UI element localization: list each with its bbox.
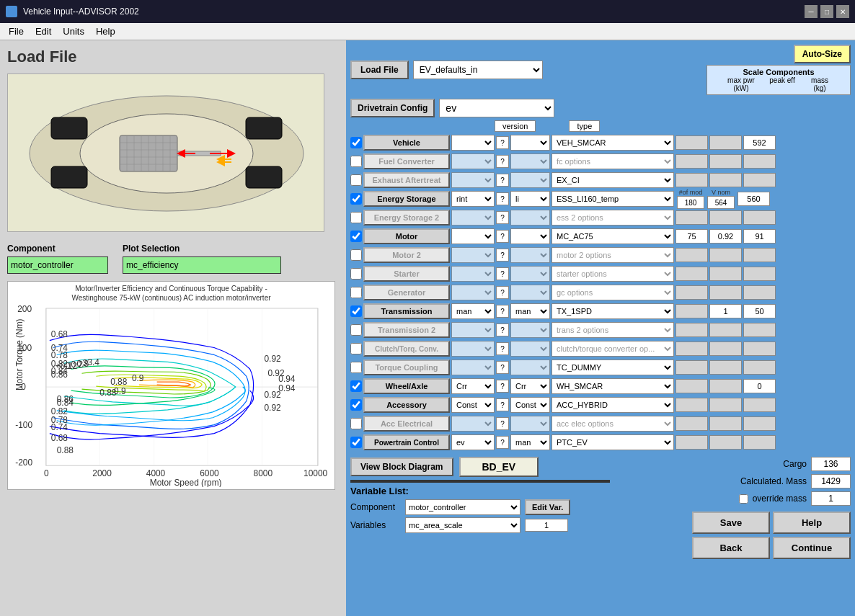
maximize-button[interactable]: □ xyxy=(820,5,833,18)
motor-value[interactable]: MC_AC75 xyxy=(551,228,674,244)
transmission2-q[interactable]: ? xyxy=(496,323,509,336)
help-button[interactable]: Help xyxy=(773,512,851,534)
motor-q[interactable]: ? xyxy=(496,230,509,243)
energy-storage2-button[interactable]: Energy Storage 2 xyxy=(363,210,450,226)
motor-version[interactable] xyxy=(451,228,495,244)
energy-storage-button[interactable]: Energy Storage xyxy=(363,191,450,207)
energy-storage2-type[interactable] xyxy=(510,210,550,226)
motor2-button[interactable]: Motor 2 xyxy=(363,247,450,263)
generator-type[interactable] xyxy=(510,285,550,300)
energy-storage-version[interactable]: rint xyxy=(451,191,495,207)
acc-elec-value[interactable]: acc elec options xyxy=(551,416,674,432)
energy-storage-ofmod[interactable] xyxy=(677,196,704,209)
accessory-q[interactable]: ? xyxy=(496,398,509,411)
generator-q[interactable]: ? xyxy=(496,286,509,299)
plot-selection-dropdown[interactable]: mc_efficiency xyxy=(123,256,281,274)
accessory-value[interactable]: ACC_HYBRID xyxy=(551,397,674,413)
powertrain-control-type[interactable]: man xyxy=(510,434,550,450)
torque-coupling-type[interactable] xyxy=(510,360,550,375)
energy-storage-checkbox[interactable] xyxy=(350,193,362,205)
transmission-type[interactable]: man xyxy=(510,303,550,319)
clutch-checkbox[interactable] xyxy=(350,343,362,354)
energy-storage-vnom[interactable] xyxy=(707,196,735,209)
fuel-converter-type[interactable] xyxy=(510,153,550,169)
transmission-scale-peakeff[interactable] xyxy=(709,304,742,318)
menu-file[interactable]: File xyxy=(3,24,30,38)
transmission-checkbox[interactable] xyxy=(350,305,362,317)
component-dropdown[interactable]: motor_controller xyxy=(7,256,108,274)
auto-size-button[interactable]: Auto-Size xyxy=(794,45,851,63)
minimize-button[interactable]: ─ xyxy=(805,5,818,18)
fuel-converter-q[interactable]: ? xyxy=(496,155,509,168)
motor2-q[interactable]: ? xyxy=(496,249,509,262)
generator-version[interactable] xyxy=(451,285,495,300)
wheel-scale-mass[interactable] xyxy=(743,379,776,393)
motor-type[interactable] xyxy=(510,228,550,244)
transmission-version[interactable]: man xyxy=(451,303,495,319)
starter-type[interactable] xyxy=(510,266,550,282)
energy-storage2-version[interactable] xyxy=(451,210,495,226)
transmission2-version[interactable] xyxy=(451,322,495,338)
exhaust-button[interactable]: Exhaust Aftertreat xyxy=(363,172,450,188)
starter-value[interactable]: starter options xyxy=(551,266,674,282)
menu-edit[interactable]: Edit xyxy=(30,24,57,38)
override-mass-checkbox[interactable] xyxy=(739,494,748,504)
starter-checkbox[interactable] xyxy=(350,268,362,280)
fuel-converter-value[interactable]: fc options xyxy=(551,153,674,169)
accessory-checkbox[interactable] xyxy=(350,399,362,411)
vehicle-q[interactable]: ? xyxy=(496,136,509,149)
powertrain-control-q[interactable]: ? xyxy=(496,436,509,449)
fuel-converter-checkbox[interactable] xyxy=(350,156,362,167)
clutch-q[interactable]: ? xyxy=(496,342,509,355)
back-button[interactable]: Back xyxy=(692,537,770,559)
accessory-version[interactable]: Const xyxy=(451,397,495,413)
powertrain-control-value[interactable]: PTC_EV xyxy=(551,434,674,450)
transmission2-checkbox[interactable] xyxy=(350,324,362,336)
vehicle-version[interactable] xyxy=(451,135,495,151)
energy-storage-type[interactable]: li xyxy=(510,191,550,207)
override-mass-input[interactable] xyxy=(811,491,851,506)
save-button[interactable]: Save xyxy=(692,512,770,534)
generator-button[interactable]: Generator xyxy=(363,285,450,300)
starter-version[interactable] xyxy=(451,266,495,282)
torque-coupling-checkbox[interactable] xyxy=(350,362,362,373)
exhaust-type[interactable] xyxy=(510,172,550,188)
drivetrain-config-button[interactable]: Drivetrain Config xyxy=(350,99,435,117)
vehicle-type[interactable] xyxy=(510,135,550,151)
clutch-button[interactable]: Clutch/Torq. Conv. xyxy=(363,341,450,357)
wheel-axle-version[interactable]: Crr xyxy=(451,378,495,394)
transmission2-value[interactable]: trans 2 options xyxy=(551,322,674,338)
acc-elec-button[interactable]: Acc Electrical xyxy=(363,416,450,432)
motor2-version[interactable] xyxy=(451,247,495,263)
vehicle-checkbox[interactable] xyxy=(350,137,362,148)
wheel-axle-type[interactable]: Crr xyxy=(510,378,550,394)
energy-storage2-value[interactable]: ess 2 options xyxy=(551,210,674,226)
transmission2-type[interactable] xyxy=(510,322,550,338)
torque-coupling-value[interactable]: TC_DUMMY xyxy=(551,360,674,375)
wheel-axle-value[interactable]: WH_SMCAR xyxy=(551,378,674,394)
transmission2-button[interactable]: Transmission 2 xyxy=(363,322,450,338)
motor-scale-mass[interactable] xyxy=(743,229,776,244)
motor-scale-peakeff[interactable] xyxy=(709,229,742,244)
transmission-value[interactable]: TX_1SPD xyxy=(551,303,674,319)
motor-checkbox[interactable] xyxy=(350,231,362,242)
energy-storage-q[interactable]: ? xyxy=(496,192,509,205)
close-button[interactable]: ✕ xyxy=(836,5,849,18)
motor-scale-maxpwr[interactable] xyxy=(675,229,708,244)
clutch-value[interactable]: clutch/torque converter op... xyxy=(551,341,674,357)
vehicle-button[interactable]: Vehicle xyxy=(363,135,450,151)
torque-coupling-version[interactable] xyxy=(451,360,495,375)
generator-value[interactable]: gc options xyxy=(551,285,674,300)
energy-storage2-checkbox[interactable] xyxy=(350,212,362,223)
exhaust-value[interactable]: EX_CI xyxy=(551,172,674,188)
load-file-dropdown[interactable]: EV_defaults_in xyxy=(413,61,543,79)
accessory-type[interactable]: Const xyxy=(510,397,550,413)
accessory-button[interactable]: Accessory xyxy=(363,397,450,413)
acc-elec-version[interactable] xyxy=(451,416,495,432)
powertrain-control-button[interactable]: Powertrain Control xyxy=(363,434,450,450)
motor2-type[interactable] xyxy=(510,247,550,263)
clutch-version[interactable] xyxy=(451,341,495,357)
transmission-button[interactable]: Transmission xyxy=(363,303,450,319)
vehicle-value[interactable]: VEH_SMCAR xyxy=(551,135,674,151)
wheel-axle-q[interactable]: ? xyxy=(496,380,509,393)
